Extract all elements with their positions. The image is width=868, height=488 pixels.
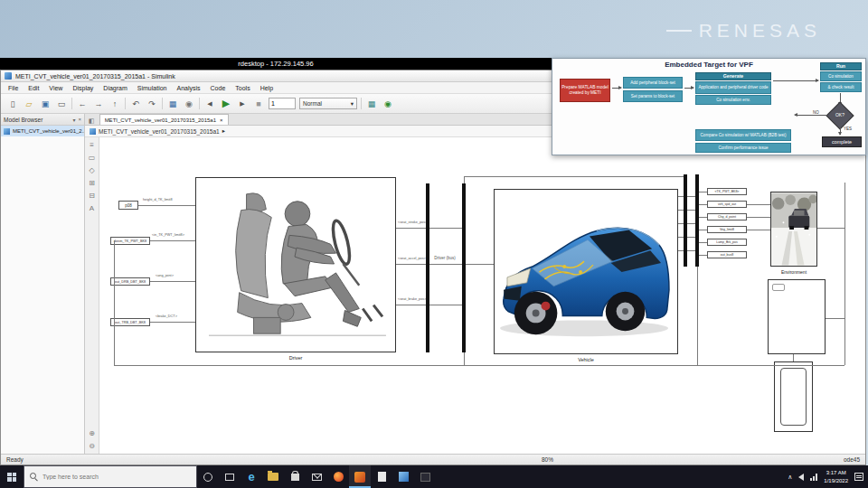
matlab-button[interactable] (349, 465, 371, 488)
output-block[interactable]: Lamp_Brk_pos (707, 239, 747, 246)
task-view-button[interactable] (219, 465, 241, 488)
edge-button[interactable]: e (241, 465, 262, 488)
model-config-icon[interactable]: ◉ (183, 98, 195, 110)
library-browser-icon[interactable]: ▦ (166, 98, 179, 110)
store-button[interactable] (284, 465, 306, 488)
firefox-button[interactable] (327, 465, 349, 488)
zoom-out-icon[interactable]: ⊖ (89, 442, 95, 450)
toolbar-separator (162, 98, 163, 109)
file-explorer-button[interactable] (262, 465, 284, 488)
stop-icon[interactable]: ■ (252, 98, 265, 110)
bus-creator-block[interactable] (426, 183, 429, 352)
model-browser-item[interactable]: METI_CVT_vehicle_ver01_2... (1, 126, 84, 136)
sim-mode-dropdown[interactable]: Normal ▾ (299, 98, 357, 109)
output-block[interactable]: Chg_d_point (707, 213, 747, 221)
menu-file[interactable]: File (8, 85, 18, 91)
simulink-icon (399, 472, 409, 482)
file-explorer-icon (268, 473, 278, 481)
build-icon[interactable]: ▦ (365, 98, 378, 110)
scope-block[interactable] (774, 361, 813, 432)
open-icon[interactable]: ▱ (23, 98, 35, 110)
edge-icon: e (248, 470, 254, 483)
palette-select-icon[interactable]: ▭ (89, 154, 96, 162)
menu-edit[interactable]: Edit (28, 85, 39, 91)
menu-tools[interactable]: Tools (235, 85, 250, 91)
menu-code[interactable]: Code (211, 85, 226, 91)
signal-line (114, 365, 844, 366)
print-icon[interactable]: ▭ (55, 98, 68, 110)
input-block[interactable]: out_TRB_DBT_BK8 (110, 318, 150, 326)
document-button[interactable] (371, 465, 392, 488)
terminal-button[interactable] (414, 465, 436, 488)
solver-name[interactable]: ode45 (844, 456, 860, 463)
signal-line (150, 281, 195, 282)
bus-selector-block[interactable] (462, 183, 466, 352)
input-block[interactable]: denm_TK_PWT_BK8 (110, 237, 150, 245)
breadcrumb[interactable]: METI_CVT_vehicle_ver01_20170315_2015a1 (99, 128, 220, 135)
tab-close-icon[interactable]: × (220, 117, 223, 123)
model-icon (90, 128, 96, 135)
redo-icon[interactable]: ↷ (146, 98, 158, 110)
zoom-level[interactable]: 80% (542, 456, 553, 463)
vehicle-subsystem-block[interactable] (494, 189, 678, 354)
search-icon (30, 473, 38, 481)
output-block[interactable]: veh_spd_out (707, 201, 747, 208)
vpf-add-blockset: Add peripheral block-set (623, 77, 683, 89)
mail-button[interactable] (306, 465, 327, 488)
signal-line (396, 264, 426, 265)
volume-icon[interactable] (798, 474, 804, 481)
action-center-icon[interactable] (854, 473, 863, 481)
model-browser-panel: Model Browser ▾ × METI_CVT_vehicle_ver01… (1, 114, 85, 454)
new-model-icon[interactable]: ▯ (6, 98, 19, 110)
undo-icon[interactable]: ↶ (129, 98, 142, 110)
menu-diagram[interactable]: Diagram (103, 85, 127, 91)
vpf-compare-item1: Compare Co simulation w/ MATLAB (B2B tes… (695, 129, 791, 141)
start-button[interactable] (0, 465, 24, 488)
palette-grid-icon[interactable]: ⊞ (89, 179, 95, 187)
output-block[interactable]: out_bus8 (707, 251, 747, 258)
menu-simulation[interactable]: Simulation (137, 85, 167, 91)
rdp-window-titlebar[interactable]: rdesktop - 172.29.145.96 (0, 58, 552, 70)
sim-stop-time-input[interactable] (269, 98, 296, 109)
menu-analysis[interactable]: Analysis (176, 85, 200, 91)
input-block[interactable]: out_DRB_DBT_BK8 (110, 277, 150, 286)
output-block[interactable]: <TK_PWT_BK8> (707, 188, 747, 195)
mux-block[interactable] (684, 174, 687, 267)
signal-line (699, 255, 707, 256)
up-icon[interactable]: ↑ (108, 98, 121, 110)
taskbar-search[interactable] (24, 465, 197, 488)
environment-block[interactable] (770, 192, 817, 267)
collapse-icon[interactable]: ▾ (72, 117, 75, 123)
palette-shape-icon[interactable]: ◇ (89, 166, 94, 174)
taskbar-clock[interactable]: 3:17 AM 1/19/2022 (824, 469, 848, 483)
palette-collapse-icon[interactable]: ⊟ (89, 192, 95, 200)
refresh-icon[interactable]: ◉ (382, 98, 394, 110)
browser-toggle-icon[interactable]: ◧ (87, 117, 97, 125)
step-forward-icon[interactable]: ▶ (236, 98, 249, 110)
tray-expand-icon[interactable]: ∧ (788, 474, 792, 481)
driver-subsystem-block[interactable] (195, 177, 396, 352)
network-icon[interactable] (810, 474, 817, 481)
vpf-title: Embedded Target for VPF (552, 61, 865, 69)
palette-annotation-icon[interactable]: A (90, 204, 94, 212)
search-input[interactable] (42, 474, 178, 480)
cortana-button[interactable] (197, 465, 219, 488)
menu-view[interactable]: View (49, 85, 62, 91)
forward-icon[interactable]: → (92, 98, 105, 110)
step-back-icon[interactable]: ◀ (203, 98, 216, 110)
save-icon[interactable]: ▣ (39, 98, 52, 110)
palette-menu-icon[interactable]: ≡ (90, 141, 94, 149)
zoom-in-icon[interactable]: ⊕ (89, 429, 95, 437)
simulink-taskbar-button[interactable] (392, 465, 414, 488)
input-block[interactable]: p08 (118, 201, 138, 210)
monitor-block[interactable] (768, 279, 826, 354)
demux-block[interactable] (695, 174, 699, 267)
output-block[interactable]: Veg_limit8 (707, 226, 747, 233)
model-canvas[interactable]: p08 denm_TK_PWT_BK8 out_DRB_DBT_BK8 out_… (99, 137, 865, 454)
menu-help[interactable]: Help (260, 85, 273, 91)
run-icon[interactable]: ▶ (220, 98, 232, 110)
close-icon[interactable]: × (78, 117, 81, 123)
back-icon[interactable]: ← (76, 98, 89, 110)
menu-display[interactable]: Display (72, 85, 93, 91)
tab-model[interactable]: METI_CVT_vehicle_ver01_20170315_2015a1 × (99, 114, 229, 125)
